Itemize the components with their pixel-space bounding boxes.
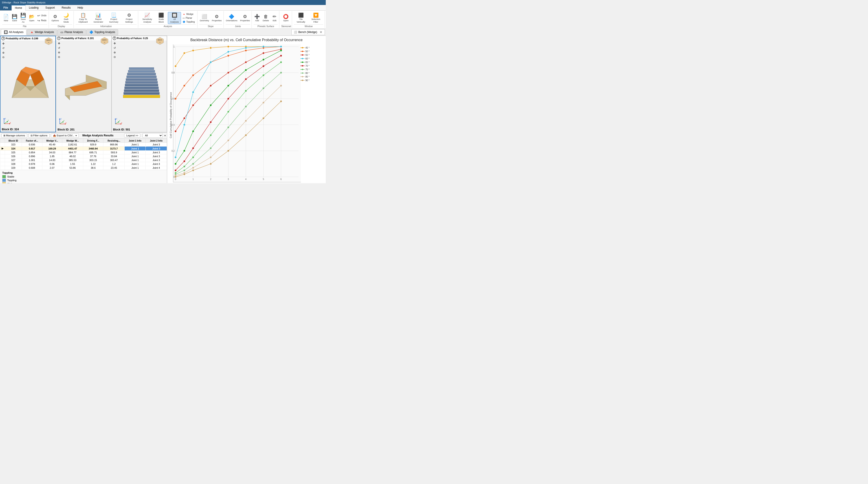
legend-item: Sliding [2,182,165,183]
export-csv-button[interactable]: 📤 Export to CSV... ▾ [51,133,79,138]
tile-vertically-button[interactable]: ⬛ Tile Vertically [294,12,308,24]
geometry-button[interactable]: ⬜ Geometry [198,13,210,22]
view-cell-2[interactable]: ? Probability of Failure: 0.101 ✥ ↺ ⊕ ⊖ [56,36,111,132]
col-resisting[interactable]: Resisting... [103,139,125,143]
table-header-row: Block ID Factor of... Wedge V... Wedge W… [0,139,167,143]
report-generator-button[interactable]: 📊 Report Generator [91,12,106,24]
col-wedge-w[interactable]: Wedge W... [62,139,83,143]
wedge-icon: 🔺 [183,13,185,15]
bench-tab[interactable]: ⬜ Bench (Wedge) ✕ [291,29,325,35]
col-factor[interactable]: Factor of... [22,139,42,143]
shape-2 [63,43,109,125]
pan-btn-2[interactable]: ✥ [57,41,61,45]
col-block-id[interactable]: Block ID [5,139,22,143]
file-buttons: 📄 New 💾 Save 💾 Save As 📂 Open ↩ Undo [2,11,48,25]
redo-button[interactable]: ↪ Redo [36,18,48,23]
zoom-out-btn-3[interactable]: ⊖ [113,55,117,59]
prob-icon-3[interactable]: ? [113,36,116,40]
cell-0 [0,158,5,162]
selection-filter-button[interactable]: 🔽 Selection Filter [308,12,323,24]
new-button[interactable]: 📄 New [2,13,10,22]
manage-columns-button[interactable]: ⊞ Manage columns [1,133,27,138]
cell-2: 0.854 [22,151,42,155]
col-wedge-v[interactable]: Wedge V... [42,139,62,143]
toppling-btn[interactable]: 🔷 Toppling [181,20,196,24]
tab-help[interactable]: Help [74,5,86,10]
cell-0 [0,143,5,147]
view-cell-3[interactable]: ? Probability of Failure: 0.25 ✥ ↺ ⊕ ⊖ [112,36,167,132]
open-button[interactable]: 📂 Open [28,13,36,22]
svg-point-158 [183,173,185,175]
table-row[interactable]: 3260.8961.8548.0237.7633.84Joint 1Joint … [0,155,167,158]
dark-mode-button[interactable]: 🌙 Dark Mode [60,12,72,24]
table-row[interactable]: ▶3240.917169.294401.473460.943173.7Joint… [0,147,167,151]
prob-icon-1[interactable]: ? [1,37,5,40]
zoom-in-btn-2[interactable]: ⊕ [57,51,61,55]
undo-button[interactable]: ↩ Undo [36,13,48,18]
tab-support[interactable]: Support [42,5,58,10]
tab-file[interactable]: File [0,5,11,10]
filter-select[interactable]: All Wedge Planar Toppling [143,133,163,138]
add-icon: ➕ [254,14,260,19]
svg-text:Y: Y [8,120,9,122]
options-button[interactable]: ⚙ Options [51,13,60,22]
zoom-out-btn-1[interactable]: ⊖ [1,55,5,59]
cell-2: 0.917 [22,147,42,151]
tab-loading[interactable]: Loading [26,5,42,10]
slope-properties-button[interactable]: ⚙ Properties [211,13,223,22]
all-analyses-button[interactable]: 🔲 All Analyses [168,12,181,24]
table-row[interactable]: 3280.9780.061.551.221.2Joint 1Joint 3 [0,162,167,166]
sensitivity-analysis-button[interactable]: 📈 Sensitivity Analysis [140,12,155,24]
right-panel: Backbreak Distance (m) vs. Cell Cumulati… [167,36,326,183]
zoom-in-btn-3[interactable]: ⊕ [113,51,117,55]
stereonet-icon: ⭕ [283,14,289,19]
zoom-out-btn-2[interactable]: ⊖ [57,55,61,59]
planar-btn[interactable]: ▭ Planar [181,16,196,20]
svg-text:BACK: BACK [158,39,162,41]
joint-properties-button[interactable]: ⚙ Properties [239,13,251,22]
project-settings-button[interactable]: ⚙ Project Settings [122,12,137,24]
save-as-button[interactable]: 💾 Save As [19,12,27,24]
add-phreatic-button[interactable]: ➕ Add [253,13,261,22]
tab-toppling-analysis[interactable]: 🔷 Toppling Analysis [86,29,118,35]
cell-6: 3173.7 [103,147,125,151]
legend-item: Stable [2,175,165,178]
slope-props-icon: ⚙ [215,14,219,19]
open-stereonet-button[interactable]: ⭕ Open [282,13,290,22]
tab-planar-analysis[interactable]: ▭ Planar Analysis [58,29,86,35]
legend-button[interactable]: Legend >> [124,133,140,137]
table-row[interactable]: 3250.85434.03884.77695.71593.9Joint 1Joi… [0,151,167,155]
rotate-btn-3[interactable]: ↺ [113,46,117,50]
delete-phreatic-button[interactable]: 🗑 Delete [261,13,270,22]
svg-point-104 [210,85,212,87]
bench-close-button[interactable]: ✕ [320,30,322,34]
scale-block-button[interactable]: ⬛ Scale Block [155,12,167,24]
prob-icon-2[interactable]: ? [57,36,61,40]
orientations-button[interactable]: 🔷 Orientations [225,13,239,22]
col-joint1[interactable]: Joint 1 Info [124,139,146,143]
zoom-in-btn-1[interactable]: ⊕ [1,51,5,55]
tab-results[interactable]: Results [58,5,74,10]
tab-wedge-analysis[interactable]: 🔺 Wedge Analysis [27,29,57,35]
project-summary-button[interactable]: 📃 Project Summary [106,12,121,24]
pan-btn-1[interactable]: ✥ [1,42,5,46]
view-cell-1[interactable]: ? Probability of Failure: 0.199 ✥ ↺ ⊕ ⊖ [0,36,56,132]
tab-home[interactable]: Home [11,5,26,11]
save-button[interactable]: 💾 Save [10,13,19,22]
rotate-btn-1[interactable]: ↺ [1,46,5,50]
copy-clipboard-button[interactable]: 📋 Copy To Clipboard [75,12,91,24]
wedge-btn[interactable]: 🔺 Wedge [181,12,196,16]
table-row[interactable]: 3290.6082.0753.8638.623.45Joint 1Joint 4 [0,166,167,170]
tab-all-analyses[interactable]: 🔲 All Analyses [1,29,27,35]
orientations-icon: 🔷 [229,14,235,19]
svg-point-127 [192,147,194,149]
edit-phreatic-button[interactable]: ✏ Edit [271,13,279,22]
table-row[interactable]: 3230.93645.491182.61929.9869.96Joint 1Jo… [0,143,167,147]
col-joint2[interactable]: Joint 2 Info [146,139,167,143]
col-driving-f[interactable]: Driving F... [83,139,103,143]
svg-point-161 [227,150,229,152]
filter-options-button[interactable]: ⊟ Filter options [29,133,50,138]
pan-btn-3[interactable]: ✥ [113,41,117,45]
rotate-btn-2[interactable]: ↺ [57,46,61,50]
table-row[interactable]: 3271.00114.83385.53303.15303.47Joint 1Jo… [0,158,167,162]
